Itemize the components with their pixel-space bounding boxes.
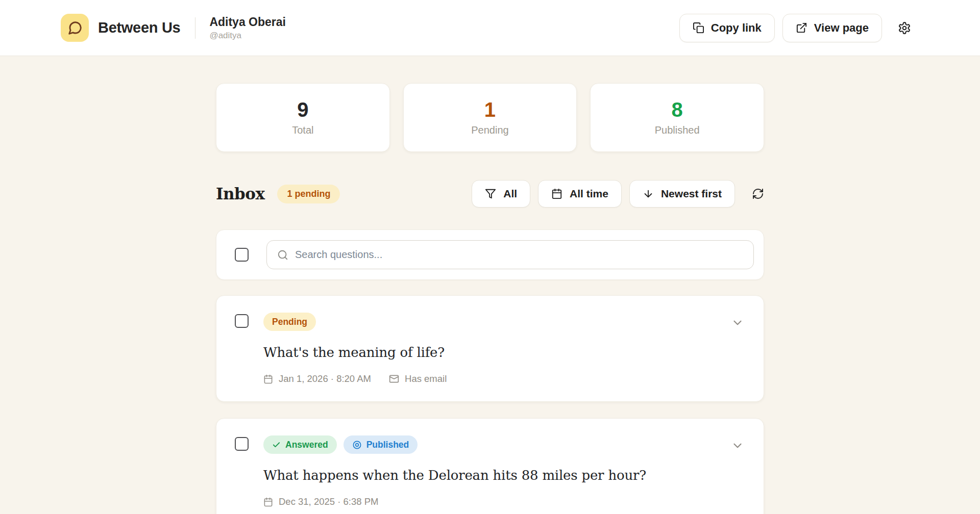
question-card: Pending What's the meaning of life? Jan … (216, 295, 764, 402)
stat-card-published: 8 Published (590, 83, 764, 152)
view-page-button[interactable]: View page (782, 14, 882, 42)
stat-published-label: Published (655, 124, 700, 136)
app-title: Between Us (98, 19, 180, 36)
page-title: Inbox (216, 185, 264, 203)
pending-badge-label: Pending (272, 317, 307, 327)
stat-total-value: 9 (297, 99, 308, 120)
inbox-header-row: Inbox 1 pending All All time (216, 180, 764, 208)
question-date-label: Jan 1, 2026 · 8:20 AM (279, 373, 371, 384)
header-actions: Copy link View page (679, 14, 911, 42)
chevron-down-icon (731, 439, 744, 452)
question-title: What happens when the Delorean hits 88 m… (263, 468, 728, 483)
copy-icon (693, 22, 704, 34)
has-email-indicator: Has email (389, 373, 447, 384)
search-icon (277, 249, 288, 261)
time-filter-label: All time (570, 188, 608, 200)
search-bar-card (216, 229, 764, 280)
status-badge-published: Published (344, 435, 418, 454)
question-checkbox[interactable] (235, 314, 249, 328)
funnel-icon (485, 188, 496, 199)
stat-card-total: 9 Total (216, 83, 390, 152)
app-header: Between Us Aditya Oberai @aditya Copy li… (0, 0, 980, 56)
stat-card-pending: 1 Pending (403, 83, 577, 152)
question-meta: Dec 31, 2025 · 6:38 PM (263, 496, 728, 507)
brand: Between Us (61, 14, 180, 42)
header-divider (195, 17, 195, 39)
search-input[interactable] (295, 249, 743, 261)
expand-question-button[interactable] (731, 316, 744, 329)
check-icon (272, 441, 281, 449)
speech-bubble-icon (67, 20, 83, 36)
question-card: Answered Published What happens when the… (216, 418, 764, 514)
status-badge-pending: Pending (263, 313, 316, 331)
sort-label: Newest first (661, 188, 722, 200)
select-all-checkbox[interactable] (235, 248, 249, 262)
status-filter-button[interactable]: All (472, 180, 530, 208)
chevron-down-icon (731, 316, 744, 329)
badge-row: Pending (263, 313, 728, 331)
settings-button[interactable] (898, 21, 911, 35)
status-badge-answered: Answered (263, 435, 337, 454)
badge-row: Answered Published (263, 435, 728, 454)
stat-published-value: 8 (672, 99, 683, 120)
stats-row: 9 Total 1 Pending 8 Published (216, 83, 764, 152)
search-field (266, 240, 754, 269)
published-badge-label: Published (366, 440, 409, 450)
has-email-label: Has email (405, 373, 447, 384)
refresh-button[interactable] (752, 188, 764, 200)
external-link-icon (796, 22, 807, 34)
question-checkbox[interactable] (235, 437, 249, 451)
sort-button[interactable]: Newest first (629, 180, 735, 208)
time-filter-button[interactable]: All time (538, 180, 622, 208)
answered-badge-label: Answered (285, 440, 328, 450)
user-handle: @aditya (209, 31, 286, 41)
user-block: Aditya Oberai @aditya (209, 15, 286, 41)
pending-count-badge: 1 pending (277, 185, 340, 203)
status-filter-label: All (503, 188, 517, 200)
calendar-icon (263, 497, 273, 507)
stat-pending-label: Pending (471, 124, 508, 136)
gear-icon (898, 21, 911, 35)
user-name: Aditya Oberai (209, 15, 286, 29)
eye-icon (352, 440, 362, 450)
mail-icon (389, 374, 399, 384)
question-date: Jan 1, 2026 · 8:20 AM (263, 373, 371, 384)
refresh-icon (752, 188, 764, 200)
calendar-icon (263, 374, 273, 384)
main-content: 9 Total 1 Pending 8 Published Inbox 1 pe… (216, 56, 764, 514)
question-title: What's the meaning of life? (263, 345, 728, 360)
question-date-label: Dec 31, 2025 · 6:38 PM (279, 496, 378, 507)
arrow-down-icon (643, 188, 654, 199)
copy-link-label: Copy link (711, 21, 762, 35)
calendar-icon (551, 188, 562, 199)
view-page-label: View page (814, 21, 869, 35)
app-logo (61, 14, 89, 42)
question-meta: Jan 1, 2026 · 8:20 AM Has email (263, 373, 728, 384)
stat-total-label: Total (292, 124, 313, 136)
stat-pending-value: 1 (484, 99, 496, 120)
question-date: Dec 31, 2025 · 6:38 PM (263, 496, 378, 507)
filter-toolbar: All All time Newest first (472, 180, 764, 208)
copy-link-button[interactable]: Copy link (679, 14, 775, 42)
expand-question-button[interactable] (731, 439, 744, 452)
